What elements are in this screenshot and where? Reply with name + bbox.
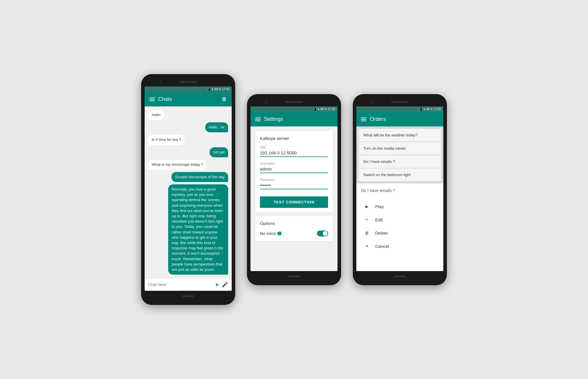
status-icons-settings: 📳 ▾ 99 % 17:49: [313, 108, 335, 111]
clock-s: 17:49: [328, 108, 335, 111]
wifi-icon-s: ▾: [318, 108, 319, 111]
message-5: What is my horoscope today ?: [148, 160, 207, 170]
phone-chats: 📳 ▾ 99 % 17:45 Chats 🗑 Hello Hello , sir…: [141, 74, 235, 305]
delete-icon-chats[interactable]: 🗑: [222, 96, 227, 102]
options-title: Options: [260, 221, 328, 226]
speaker-settings: [285, 101, 303, 103]
battery-text-s: 99 %: [320, 108, 327, 111]
phone-bottom-orders: [356, 271, 443, 282]
delete-label: Delete: [375, 231, 388, 236]
no-voice-toggle[interactable]: [317, 231, 328, 236]
wifi-icon: ▾: [212, 88, 213, 91]
status-icons-chats: 📳 ▾ 99 % 17:45: [208, 88, 229, 91]
phone-settings: 📳 ▾ 99 % 17:49 Settings Kalliope server …: [247, 94, 341, 285]
battery-text-o: 98 %: [426, 108, 433, 111]
server-section-title: Kalliope server: [260, 136, 328, 141]
status-icons-orders: 📳 ▾ 98 % 17:55: [419, 108, 441, 111]
edit-label: Edit: [375, 217, 383, 222]
order-item-3[interactable]: Do I have emails ?: [359, 155, 441, 168]
speaker-chats: [179, 81, 197, 83]
message-1: Hello: [148, 110, 164, 120]
play-label: Play: [375, 204, 384, 209]
status-bar-settings: 📳 ▾ 99 % 17:49: [250, 106, 338, 112]
url-value[interactable]: 192.168.0.12:5000: [260, 150, 328, 157]
app-title-orders: Orders: [370, 116, 439, 122]
options-card: Options No voice ?: [255, 216, 333, 241]
status-bar-chats: 📳 ▾ 99 % 17:45: [145, 86, 232, 92]
password-label: Password: [260, 178, 328, 181]
home-bar-orders: [394, 276, 406, 277]
context-action-cancel[interactable]: ✕ Cancel: [361, 240, 439, 253]
clock-o: 17:55: [434, 108, 441, 111]
screen-chats: 📳 ▾ 99 % 17:45 Chats 🗑 Hello Hello , sir…: [145, 86, 232, 291]
phone-bottom-chats: [145, 291, 232, 301]
username-value[interactable]: admin: [260, 166, 328, 173]
speaker-orders: [391, 101, 409, 103]
url-label: URL: [260, 146, 328, 149]
message-6: Scorpio horoscope of the day: [171, 172, 228, 182]
phone-top-orders: [356, 98, 443, 106]
help-badge[interactable]: ?: [278, 232, 281, 235]
username-label: Username: [260, 162, 328, 165]
menu-icon-chats[interactable]: [149, 98, 155, 101]
wifi-icon-o: ▾: [424, 108, 425, 111]
context-menu: Do I have emails ? ▶ Play ✂ Edit 🗑 Delet…: [356, 183, 443, 271]
settings-content: Kalliope server URL 192.168.0.12:5000 Us…: [250, 126, 338, 271]
battery-text: 99 %: [214, 88, 221, 91]
test-connection-button[interactable]: TEST CONNECTION: [260, 196, 328, 208]
delete-icon-o: 🗑: [363, 231, 370, 235]
menu-icon-orders[interactable]: [361, 118, 366, 121]
phone-top-chats: [145, 78, 232, 86]
no-voice-label: No voice ?: [260, 231, 281, 236]
cancel-icon: ✕: [363, 244, 370, 248]
context-action-delete[interactable]: 🗑 Delete: [361, 226, 439, 240]
message-7: Normally, you love a good mystery, just …: [168, 184, 228, 275]
phone-top-settings: [250, 98, 338, 106]
url-field: URL 192.168.0.12:5000: [260, 146, 328, 157]
chat-area: Hello Hello , sir Is it time for tea ? n…: [145, 106, 232, 278]
server-card: Kalliope server URL 192.168.0.12:5000 Us…: [255, 131, 333, 213]
vibrate-icon-o: 📳: [419, 108, 423, 111]
toggle-dot: [323, 231, 328, 236]
status-bar-orders: 📳 ▾ 98 % 17:55: [356, 106, 443, 112]
camera-orders: [371, 101, 373, 103]
screen-orders: 📳 ▾ 98 % 17:55 Orders What will be the w…: [356, 106, 443, 271]
send-icon[interactable]: ➤: [215, 281, 219, 288]
password-field: Password •••••••: [260, 178, 328, 189]
clock: 17:45: [222, 88, 229, 91]
vibrate-icon: 📳: [208, 88, 211, 91]
mic-icon[interactable]: 🎤: [222, 281, 228, 288]
no-voice-text: No voice: [260, 231, 276, 236]
home-bar-settings: [288, 276, 300, 277]
camera-settings: [265, 101, 268, 103]
menu-icon-settings[interactable]: [255, 118, 260, 121]
orders-list: What will be the weather today? Turn on …: [356, 126, 443, 183]
order-item-2[interactable]: Turn on the media center: [359, 142, 441, 155]
message-4: not yet: [210, 147, 228, 157]
edit-icon: ✂: [363, 217, 370, 222]
context-action-edit[interactable]: ✂ Edit: [361, 213, 439, 226]
phone-orders: 📳 ▾ 98 % 17:55 Orders What will be the w…: [353, 94, 447, 285]
no-voice-row: No voice ?: [260, 231, 328, 236]
app-title-settings: Settings: [264, 116, 333, 122]
screen-settings: 📳 ▾ 99 % 17:49 Settings Kalliope server …: [250, 106, 338, 271]
vibrate-icon-s: 📳: [313, 108, 317, 111]
phone-bottom-settings: [250, 271, 338, 282]
app-bar-chats: Chats 🗑: [145, 92, 232, 106]
context-title: Do I have emails ?: [361, 188, 439, 195]
password-value[interactable]: •••••••: [260, 183, 328, 189]
order-item-4[interactable]: Switch on the bedroom light: [359, 168, 441, 181]
home-bar-chats: [182, 295, 194, 297]
cancel-label: Cancel: [375, 244, 389, 249]
order-item-1[interactable]: What will be the weather today?: [359, 129, 441, 141]
camera-chats: [159, 81, 162, 83]
message-2: Hello , sir: [205, 122, 228, 132]
app-bar-orders: Orders: [356, 112, 443, 126]
context-action-play[interactable]: ▶ Play: [361, 200, 439, 213]
message-3: Is it time for tea ?: [148, 135, 185, 145]
play-icon: ▶: [363, 204, 370, 209]
username-field: Username admin: [260, 162, 328, 173]
chat-input-area[interactable]: ➤ 🎤: [145, 278, 232, 291]
app-title-chats: Chats: [158, 96, 218, 102]
chat-input[interactable]: [148, 282, 213, 287]
